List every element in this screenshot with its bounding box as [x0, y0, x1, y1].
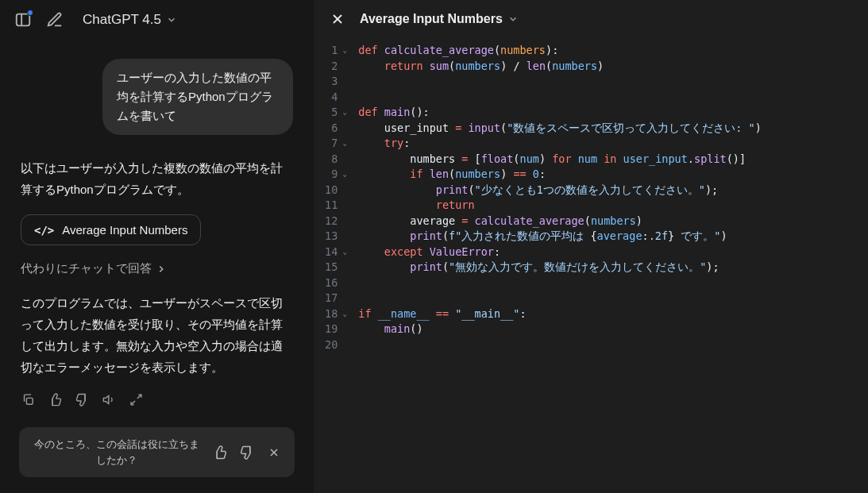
line-number: 6	[325, 121, 349, 137]
code-line[interactable]: def main():	[358, 105, 762, 121]
code-line[interactable]	[358, 90, 762, 106]
line-number: 16	[325, 275, 349, 291]
model-selector[interactable]: ChatGPT 4.5	[83, 12, 177, 28]
code-line[interactable]: print("無効な入力です。数値だけを入力してください。");	[358, 260, 762, 275]
fold-chevron-icon[interactable]: ⌄	[341, 245, 349, 260]
code-card-title: Average Input Numbers	[62, 223, 187, 237]
code-panel: Average Input Numbers 1⌄2345⌄67⌄89⌄10111…	[314, 0, 868, 493]
line-number: 5⌄	[325, 105, 349, 121]
fold-chevron-icon[interactable]: ⌄	[341, 105, 349, 121]
code-panel-title-label: Average Input Numbers	[360, 12, 503, 26]
line-number: 19	[325, 322, 349, 337]
feedback-prompt: 今のところ、この会話は役に立ちましたか？	[32, 437, 201, 468]
code-artifact-card[interactable]: </> Average Input Numbers	[21, 214, 201, 245]
new-chat-icon[interactable]	[46, 11, 64, 29]
svg-rect-0	[17, 14, 30, 26]
code-line[interactable]	[358, 74, 762, 90]
svg-marker-3	[103, 395, 108, 403]
code-line[interactable]: numbers = [float(num) for num in user_in…	[358, 152, 762, 168]
line-number: 17	[325, 291, 349, 306]
line-number: 20	[325, 337, 349, 353]
fold-chevron-icon[interactable]: ⌄	[341, 167, 349, 183]
thumbs-down-icon[interactable]	[75, 392, 89, 406]
fold-chevron-icon[interactable]: ⌄	[341, 136, 349, 152]
code-line[interactable]: except ValueError:	[358, 245, 762, 260]
speaker-icon[interactable]	[102, 392, 116, 406]
sidebar-toggle-icon[interactable]	[14, 11, 32, 29]
chat-panel: ChatGPT 4.5 ユーザーの入力した数値の平均を計算するPythonプログ…	[0, 0, 314, 493]
assistant-intro-text: 以下はユーザーが入力した複数の数値の平均を計算するPythonプログラムです。	[21, 157, 293, 200]
code-editor[interactable]: 1⌄2345⌄67⌄89⌄1011121314⌄15161718⌄1920 de…	[314, 38, 868, 493]
line-number: 18⌄	[325, 306, 349, 322]
code-panel-header: Average Input Numbers	[314, 0, 868, 38]
code-line[interactable]: if len(numbers) == 0:	[358, 167, 762, 183]
line-number-gutter: 1⌄2345⌄67⌄89⌄1011121314⌄15161718⌄1920	[314, 43, 355, 488]
svg-rect-2	[26, 398, 33, 404]
code-line[interactable]: print("少なくとも1つの数値を入力してください。");	[358, 183, 762, 198]
line-number: 8	[325, 152, 349, 168]
regenerate-icon[interactable]	[129, 392, 143, 406]
line-number: 2	[325, 59, 349, 75]
close-panel-icon[interactable]	[330, 11, 345, 27]
notification-dot-icon	[27, 10, 33, 16]
line-number: 3	[325, 74, 349, 90]
code-line[interactable]	[358, 337, 762, 353]
model-name-label: ChatGPT 4.5	[83, 12, 161, 28]
feedback-thumbs-up-icon[interactable]	[212, 445, 228, 460]
code-line[interactable]: return	[358, 198, 762, 214]
feedback-thumbs-down-icon[interactable]	[239, 445, 255, 460]
reply-in-chat-link[interactable]: 代わりにチャットで回答	[21, 261, 293, 276]
copy-icon[interactable]	[21, 392, 35, 406]
line-number: 15	[325, 260, 349, 275]
code-line[interactable]: average = calculate_average(numbers)	[358, 214, 762, 229]
code-content[interactable]: def calculate_average(numbers): return s…	[355, 43, 762, 488]
feedback-bar: 今のところ、この会話は役に立ちましたか？	[19, 427, 295, 477]
code-line[interactable]: user_input = input("数値をスペースで区切って入力してください…	[358, 121, 762, 137]
code-line[interactable]: if __name__ == "__main__":	[358, 306, 762, 322]
feedback-close-icon[interactable]	[266, 445, 282, 460]
code-panel-title[interactable]: Average Input Numbers	[360, 12, 519, 26]
code-brackets-icon: </>	[34, 224, 54, 237]
line-number: 11	[325, 198, 349, 214]
line-number: 7⌄	[325, 136, 349, 152]
conversation-area: ユーザーの入力した数値の平均を計算するPythonプログラムを書いて 以下はユー…	[0, 40, 314, 416]
chevron-right-icon	[156, 264, 167, 275]
fold-chevron-icon[interactable]: ⌄	[341, 43, 349, 59]
code-line[interactable]: main()	[358, 322, 762, 337]
thumbs-up-icon[interactable]	[48, 392, 62, 406]
chevron-down-icon	[166, 14, 177, 25]
line-number: 13	[325, 229, 349, 245]
user-message: ユーザーの入力した数値の平均を計算するPythonプログラムを書いて	[102, 59, 293, 135]
line-number: 12	[325, 214, 349, 229]
line-number: 4	[325, 90, 349, 106]
message-actions	[21, 392, 293, 406]
line-number: 1⌄	[325, 43, 349, 59]
line-number: 14⌄	[325, 245, 349, 260]
chat-header: ChatGPT 4.5	[0, 0, 314, 40]
code-line[interactable]: def calculate_average(numbers):	[358, 43, 762, 59]
fold-chevron-icon[interactable]: ⌄	[341, 306, 349, 322]
code-line[interactable]	[358, 275, 762, 291]
line-number: 10	[325, 183, 349, 198]
code-line[interactable]: print(f"入力された数値の平均は {average:.2f} です。")	[358, 229, 762, 245]
chevron-down-icon	[507, 13, 519, 25]
assistant-description-text: このプログラムでは、ユーザーがスペースで区切って入力した数値を受け取り、その平均…	[21, 292, 293, 378]
reply-in-chat-label: 代わりにチャットで回答	[21, 261, 152, 276]
line-number: 9⌄	[325, 167, 349, 183]
code-line[interactable]: try:	[358, 136, 762, 152]
code-line[interactable]: return sum(numbers) / len(numbers)	[358, 59, 762, 75]
code-line[interactable]	[358, 291, 762, 306]
